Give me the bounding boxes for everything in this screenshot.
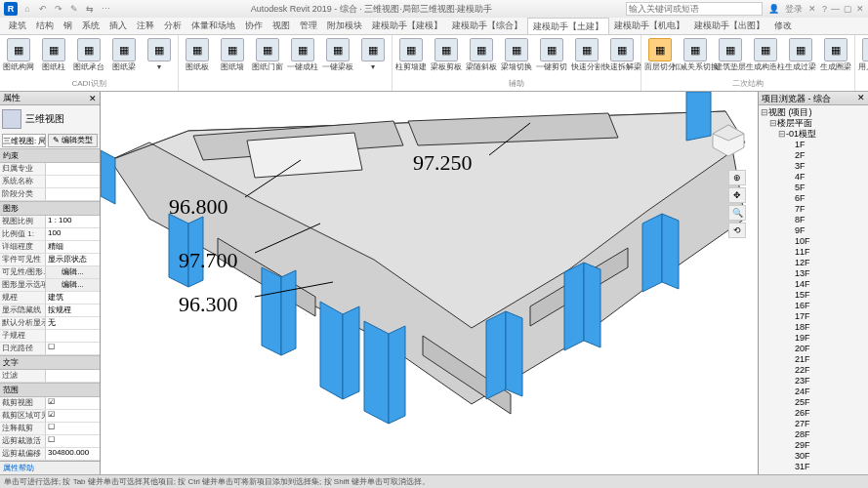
ribbon-button[interactable]: ▦生成圈梁	[819, 37, 852, 78]
property-value[interactable]: ☑	[45, 397, 100, 409]
ribbon-button[interactable]: ▦图纸板	[181, 37, 214, 89]
property-value[interactable]: 编辑...	[45, 266, 100, 278]
ribbon-button[interactable]: ▦梁墙切换	[500, 37, 533, 78]
tree-node[interactable]: 18F	[761, 322, 866, 333]
ribbon-button[interactable]: ▦柱剪墙建	[394, 37, 428, 78]
ribbon-button[interactable]: ▦生成过梁	[784, 37, 817, 78]
orbit-icon[interactable]: ⟲	[728, 223, 746, 238]
tree-node[interactable]: 8F	[761, 215, 866, 225]
property-value[interactable]	[45, 176, 100, 187]
tree-node[interactable]: 20F	[761, 344, 866, 354]
tree-node[interactable]: 23F	[761, 376, 866, 386]
tree-node[interactable]: 12F	[761, 258, 866, 268]
tree-node[interactable]: 19F	[761, 333, 866, 344]
dimension-label[interactable]: 97.700	[179, 248, 238, 273]
collab-icon[interactable]: ✕	[808, 4, 816, 14]
dimension-label[interactable]: 97.250	[413, 150, 473, 176]
ribbon-tab[interactable]: 建模助手【机电】	[609, 18, 689, 34]
help-search-input[interactable]	[626, 2, 763, 16]
zoom-icon[interactable]: 🔍	[728, 205, 746, 221]
property-value[interactable]: 100	[45, 228, 100, 240]
minimize-button[interactable]: —	[831, 4, 840, 14]
ribbon-tab[interactable]: 协作	[240, 18, 268, 34]
tree-node[interactable]: 11F	[761, 247, 866, 258]
tree-node[interactable]: 30F	[761, 451, 866, 462]
tree-node[interactable]: ⊟楼层平面	[761, 118, 866, 129]
tree-node[interactable]: 14F	[761, 279, 866, 290]
tree-twisty-icon[interactable]: ⊟	[761, 107, 768, 118]
tree-node[interactable]: 15F	[761, 290, 866, 301]
qat-undo[interactable]: ↶	[37, 3, 49, 15]
properties-close-icon[interactable]: ✕	[89, 94, 97, 103]
ribbon-button[interactable]: ▦一键剪切	[535, 37, 568, 78]
ribbon-button[interactable]: ▦快速拆解梁	[605, 37, 639, 78]
tree-node[interactable]: 13F	[761, 268, 866, 279]
ribbon-button[interactable]: ▦梁随斜板	[465, 37, 498, 78]
tree-node[interactable]: 3F	[761, 161, 866, 172]
ribbon-tab[interactable]: 系统	[77, 18, 104, 34]
ribbon-tab[interactable]: 插入	[104, 18, 132, 34]
ribbon-tab[interactable]: 管理	[295, 18, 322, 34]
dimension-label[interactable]: 96.800	[169, 194, 228, 220]
ribbon-tab[interactable]: 体量和场地	[186, 18, 240, 34]
tree-node[interactable]: 22F	[761, 365, 866, 376]
property-value[interactable]: 编辑...	[45, 279, 100, 291]
ribbon-tab[interactable]: 建模助手【出图】	[689, 18, 769, 34]
ribbon-button[interactable]: ▦扣减关系切换	[679, 37, 712, 78]
ribbon-button[interactable]: ▦图纸柱	[37, 37, 70, 78]
view-canvas[interactable]: ⊕ ✥ 🔍 ⟲ 97.25096.80097.70096.300	[101, 92, 758, 474]
maximize-button[interactable]: ▢	[844, 4, 852, 14]
ribbon-tab[interactable]: 钢	[59, 18, 77, 34]
tree-node[interactable]: 2F	[761, 150, 866, 161]
property-value[interactable]: 无	[45, 317, 100, 329]
view-cube[interactable]	[709, 121, 748, 160]
browser-close-icon[interactable]: ✕	[857, 93, 865, 103]
property-value[interactable]: ☐	[45, 423, 100, 434]
tree-node[interactable]: 16F	[761, 301, 866, 311]
qat-sync[interactable]: ⇆	[84, 3, 96, 15]
qat-home[interactable]: ⌂	[21, 3, 33, 15]
ribbon-tab[interactable]: 建筑	[4, 18, 31, 34]
ribbon-tab[interactable]: 分析	[159, 18, 186, 34]
ribbon-tab[interactable]: 注释	[132, 18, 159, 34]
property-value[interactable]: 精细	[45, 241, 100, 253]
qat-edit[interactable]: ✎	[68, 3, 80, 15]
tree-node[interactable]: 21F	[761, 354, 866, 365]
ribbon-button[interactable]: ▦一键成柱	[286, 37, 319, 89]
tree-node[interactable]: 28F	[761, 429, 866, 440]
tree-node[interactable]: 24F	[761, 386, 866, 397]
ribbon-button[interactable]: ▦面层切分	[643, 37, 677, 78]
tree-node[interactable]: 17F	[761, 311, 866, 322]
dimension-label[interactable]: 96.300	[179, 292, 238, 317]
property-value[interactable]	[45, 370, 100, 382]
tree-node[interactable]: 5F	[761, 183, 866, 193]
edit-type-button[interactable]: ✎ 编辑类型	[48, 134, 98, 147]
ribbon-tab[interactable]: 视图	[268, 18, 295, 34]
property-category[interactable]: 图形	[0, 201, 100, 216]
user-icon[interactable]: 👤	[768, 4, 779, 14]
property-category[interactable]: 范围	[0, 383, 100, 397]
tree-twisty-icon[interactable]: ⊟	[769, 118, 777, 129]
property-category[interactable]: 约束	[0, 148, 100, 163]
properties-help-link[interactable]: 属性帮助	[0, 461, 100, 474]
qat-more[interactable]: ⋯	[100, 3, 111, 15]
property-value[interactable]: 按规程	[45, 305, 100, 316]
instance-selector[interactable]	[2, 134, 46, 147]
ribbon-button[interactable]: ▦建筑垫层	[714, 37, 747, 78]
ribbon-button[interactable]: ▦用户授权	[857, 37, 868, 78]
ribbon-tab[interactable]: 建模助手【土建】	[527, 18, 609, 34]
tree-node[interactable]: ⊟-01模型	[761, 129, 866, 140]
ribbon-tab[interactable]: 修改	[769, 18, 797, 34]
tree-node[interactable]: 9F	[761, 225, 866, 236]
ribbon-button[interactable]: ▦▾	[356, 37, 390, 89]
pan-icon[interactable]: ✥	[728, 187, 746, 203]
property-value[interactable]	[45, 188, 100, 200]
ribbon-button[interactable]: ▦图纸梁	[107, 37, 141, 78]
property-value[interactable]: 1 : 100	[45, 216, 100, 227]
type-selector[interactable]: 三维视图	[0, 105, 100, 133]
property-value[interactable]	[45, 163, 100, 175]
qat-redo[interactable]: ↷	[53, 3, 64, 15]
property-value[interactable]: ☐	[45, 343, 100, 354]
property-category[interactable]: 文字	[0, 355, 100, 370]
tree-node[interactable]: 1F	[761, 140, 866, 150]
